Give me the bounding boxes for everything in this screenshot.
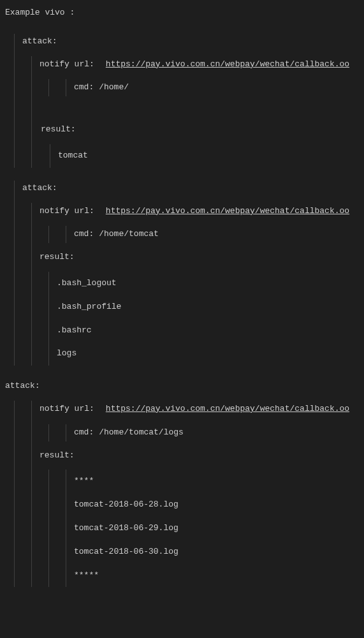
notify-url-row: notify url: https://pay.vivo.com.cn/webp… — [40, 203, 364, 220]
result-item: **** — [74, 470, 364, 493]
cmd-value: /home/tomcat — [99, 228, 159, 241]
attack-body: notify url: https://pay.vivo.com.cn/webp… — [14, 401, 364, 587]
attack-block-2: attack: notify url: https://pay.vivo.com… — [14, 181, 364, 366]
result-item: .bashrc — [57, 319, 364, 343]
cmd-label: cmd: — [74, 228, 94, 241]
result-label: result: — [40, 249, 364, 265]
result-item: tomcat-2018-06-29.log — [74, 517, 364, 540]
notify-url-row: notify url: https://pay.vivo.com.cn/webp… — [40, 401, 364, 418]
result-item: tomcat-2018-06-30.log — [74, 540, 364, 564]
result-label: result: — [41, 122, 364, 138]
notify-url-link[interactable]: https://pay.vivo.com.cn/webpay/wechat/ca… — [106, 58, 349, 71]
notify-url-link[interactable]: https://pay.vivo.com.cn/webpay/wechat/ca… — [106, 205, 349, 218]
code-editor: Example vivo : attack: notify url: https… — [0, 0, 364, 592]
result-item: tomcat-2018-06-28.log — [74, 493, 364, 517]
result-item: logs — [57, 342, 364, 366]
cmd-row: cmd: /home/ — [74, 79, 364, 96]
attack-label: attack: — [22, 34, 364, 50]
attack-label: attack: — [22, 181, 364, 197]
notify-label: notify url: — [40, 205, 94, 218]
attack-body: notify url: https://pay.vivo.com.cn/webp… — [31, 203, 364, 366]
cmd-block: cmd: /home/tomcat — [48, 226, 364, 243]
notify-url-link[interactable]: https://pay.vivo.com.cn/webpay/wechat/ca… — [106, 403, 349, 416]
result-item: .bash_profile — [57, 295, 364, 319]
cmd-label: cmd: — [74, 426, 94, 440]
attack-label: attack: — [5, 378, 364, 394]
attack-block-1: attack: notify url: https://pay.vivo.com… — [14, 34, 364, 168]
cmd-block: cmd: /home/tomcat/logs — [48, 424, 364, 441]
attack-block-3: attack: notify url: https://pay.vivo.com… — [5, 378, 364, 587]
result-item: ***** — [74, 564, 364, 588]
result-item: .bash_logout — [57, 272, 364, 295]
notify-label: notify url: — [40, 58, 94, 71]
notify-label: notify url: — [40, 403, 94, 416]
cmd-value: /home/ — [99, 81, 129, 94]
header-line: Example vivo : — [5, 5, 364, 21]
notify-url-row: notify url: https://pay.vivo.com.cn/webp… — [40, 56, 364, 73]
cmd-row: cmd: /home/tomcat — [74, 226, 364, 243]
cmd-row: cmd: /home/tomcat/logs — [74, 424, 364, 441]
cmd-label: cmd: — [74, 81, 94, 94]
result-label: result: — [40, 448, 364, 464]
cmd-value: /home/tomcat/logs — [99, 426, 184, 440]
result-item: tomcat — [58, 144, 364, 168]
attack-body: notify url: https://pay.vivo.com.cn/webp… — [31, 56, 364, 168]
cmd-block: cmd: /home/ — [48, 79, 364, 96]
